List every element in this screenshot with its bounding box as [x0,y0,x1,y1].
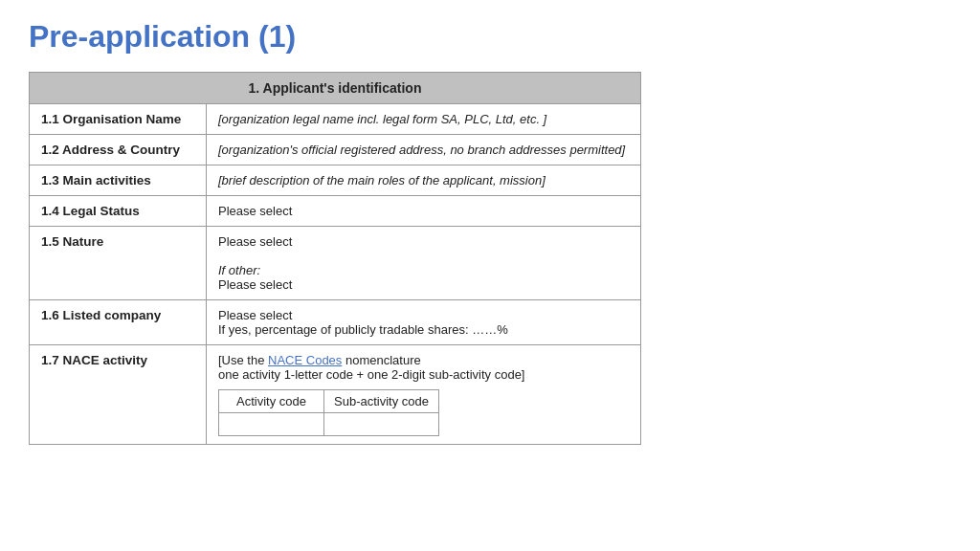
nace-activity-code-header: Activity code [219,390,324,413]
nace-sub-activity-code-header: Sub-activity code [324,390,439,413]
row-value-italic-3: [brief description of the main roles of … [218,173,546,187]
page-title: Pre-application (1) [29,19,951,55]
row-value-italic-2: [organization's official registered addr… [218,143,625,157]
nace-activity-code-input[interactable] [219,413,324,436]
nace-description: [Use the NACE Codes nomenclature [218,353,629,367]
row-label-1: 1.1 Organisation Name [30,104,207,135]
nace-sub-activity-code-input[interactable] [324,413,439,436]
row-label-6: 1.6 Listed company [30,300,207,345]
row-value-5: Please selectIf other:Please select [207,227,641,300]
nace-description-line2: one activity 1-letter code + one 2-digit… [218,367,629,382]
nace-inner-table: Activity codeSub-activity code [218,389,439,436]
row-label-4: 1.4 Legal Status [30,196,207,227]
nace-codes-link[interactable]: NACE Codes [268,353,342,367]
nature-select: Please select [218,234,629,249]
row-label-5: 1.5 Nature [30,227,207,300]
row-value-4: Please select [207,196,641,227]
nature-other-select: Please select [218,277,629,292]
listed-company-select: Please select [218,308,629,322]
row-value-italic-1: [organization legal name incl. legal for… [218,112,546,126]
nature-if-other-label: If other: [218,263,260,277]
row-value-2: [organization's official registered addr… [207,135,641,165]
row-label-7: 1.7 NACE activity [30,345,207,445]
row-label-2: 1.2 Address & Country [30,135,207,165]
row-value-7: [Use the NACE Codes nomenclatureone acti… [207,345,641,445]
table-section-header: 1. Applicant's identification [30,73,641,104]
row-value-6: Please selectIf yes, percentage of publi… [207,300,641,345]
applicant-identification-table: 1. Applicant's identification 1.1 Organi… [29,72,641,445]
row-label-3: 1.3 Main activities [30,165,207,196]
listed-company-subtext: If yes, percentage of publicly tradable … [218,322,629,337]
row-value-1: [organization legal name incl. legal for… [207,104,641,135]
row-value-3: [brief description of the main roles of … [207,165,641,196]
